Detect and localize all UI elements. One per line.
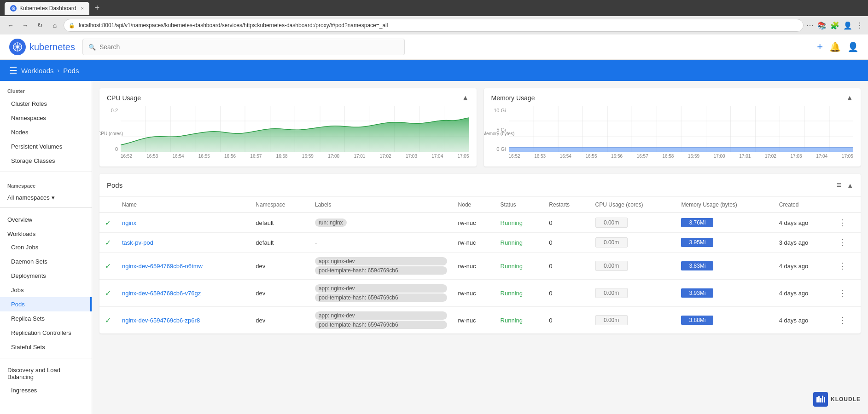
refresh-button[interactable]: ↻ [34,19,46,31]
col-actions [833,197,861,213]
pod-labels-list: app: nginx-dev pod-template-hash: 659476… [315,311,447,329]
sidebar-item-nodes[interactable]: Nodes [0,125,92,139]
user-profile-icon[interactable]: 👤 [843,21,852,30]
url-bar[interactable]: 🔒 localhost:8001/api/v1/namespaces/kuber… [64,19,804,32]
pod-row-menu-cell: ⋮ [833,307,861,334]
pod-memory-cell: 3.88Mi [676,307,773,334]
cpu-chart-title: CPU Usage [107,94,141,102]
pod-namespace-cell: dev [250,253,309,280]
namespace-selector[interactable]: All namespaces ▾ [0,191,92,204]
sidebar-item-namespaces[interactable]: Namespaces [0,111,92,125]
pods-filter-icon[interactable]: ≡ [837,180,842,190]
reading-list-icon[interactable]: 📚 [817,21,827,30]
pod-memory-bar: 3.76Mi [681,218,713,227]
pod-name-cell: nginx-dev-6594769cb6-n6tmw [117,253,250,280]
col-status-text: Status [495,197,544,213]
pods-table: Name Namespace Labels Node Status Restar… [99,197,861,334]
pod-restarts-cell: 0 [543,253,589,280]
pod-status-icon: ✓ [99,233,117,253]
pod-label-tag-2: pod-template-hash: 6594769cb6 [315,293,447,302]
sidebar-item-ingresses[interactable]: Ingresses [0,383,92,397]
refresh-icon: ↻ [37,22,43,29]
browser-nav-icons: ⋯ 📚 🧩 👤 ⋮ [806,21,863,30]
pod-cpu-bar: 0.00m [595,261,628,271]
pod-node-cell: rw-nuc [453,213,495,233]
sidebar-item-stateful-sets[interactable]: Stateful Sets [0,340,92,354]
namespace-dropdown-arrow: ▾ [52,194,55,201]
pod-name-link[interactable]: task-pv-pod [122,239,153,246]
sidebar-item-replica-sets[interactable]: Replica Sets [0,311,92,326]
sidebar-item-persistent-volumes[interactable]: Persistent Volumes [0,139,92,154]
pod-namespace-cell: dev [250,307,309,334]
sidebar-item-cluster-roles[interactable]: Cluster Roles [0,97,92,111]
pods-collapse-icon[interactable]: ▲ [847,182,853,189]
pod-restarts-cell: 0 [543,213,589,233]
pod-name-link[interactable]: nginx-dev-6594769cb6-v76gz [122,290,201,297]
pod-row-menu-cell: ⋮ [833,280,861,307]
svg-rect-38 [822,396,823,402]
extensions-icon[interactable]: 🧩 [830,21,839,30]
pod-cpu-bar: 0.00m [595,218,628,228]
breadcrumb-workloads[interactable]: Workloads [21,67,54,75]
svg-rect-37 [820,398,821,402]
pod-status-cell: Running [495,233,544,253]
pod-cpu-bar: 0.00m [595,237,628,247]
sidebar-item-cron-jobs[interactable]: Cron Jobs [0,240,92,254]
col-restarts: Restarts [543,197,589,213]
breadcrumb-separator: › [58,67,60,74]
sidebar-item-jobs[interactable]: Jobs [0,283,92,297]
namespace-label: Namespace [0,176,92,191]
sidebar-item-replication-controllers[interactable]: Replication Controllers [0,326,92,340]
memory-chart-title: Memory Usage [491,94,535,102]
sidebar-toggle-button[interactable]: ☰ [9,65,17,76]
search-input[interactable] [99,43,399,51]
sidebar-item-storage-classes[interactable]: Storage Classes [0,154,92,168]
browser-menu-icon[interactable]: ⋮ [856,21,863,30]
notifications-bell[interactable]: 🔔 [829,41,841,52]
pod-row-menu-button[interactable]: ⋮ [838,316,846,325]
sidebar-item-deployments[interactable]: Deployments [0,269,92,283]
add-button[interactable]: + [817,41,823,53]
pod-cpu-cell: 0.00m [590,280,676,307]
cpu-chart-svg [121,106,469,152]
pod-name-link[interactable]: nginx-dev-6594769cb6-zp6r8 [122,317,200,324]
pod-memory-cell: 3.95Mi [676,233,773,253]
sidebar-item-pods[interactable]: Pods [0,297,92,311]
sidebar-item-daemon-sets[interactable]: Daemon Sets [0,254,92,269]
col-cpu: CPU Usage (cores) [590,197,676,213]
memory-chart-collapse-button[interactable]: ▲ [846,94,853,102]
back-button[interactable]: ← [5,19,17,31]
pod-row-menu-button[interactable]: ⋮ [838,261,846,270]
more-options-icon[interactable]: ⋯ [806,21,814,30]
header-actions: + 🔔 👤 [817,41,859,53]
pod-row-menu-button[interactable]: ⋮ [838,218,846,227]
pod-name-link[interactable]: nginx-dev-6594769cb6-n6tmw [122,263,203,270]
browser-tab[interactable]: Kubernetes Dashboard × [5,2,89,15]
overview-label[interactable]: Overview [0,212,92,226]
svg-rect-35 [816,397,818,402]
pod-status-cell: Running [495,307,544,334]
kubernetes-logo-icon [9,39,26,55]
pod-created-cell: 4 days ago [774,213,833,233]
pod-label-tag: app: nginx-dev [315,311,447,320]
pod-status-icon: ✓ [99,280,117,307]
pod-row-menu-button[interactable]: ⋮ [838,288,846,298]
col-created: Created [774,197,833,213]
pod-labels-list: app: nginx-dev pod-template-hash: 659476… [315,284,447,302]
pod-restarts-cell: 0 [543,233,589,253]
pods-table-header: Pods ≡ ▲ [99,174,861,197]
pod-name-cell: task-pv-pod [117,233,250,253]
forward-button[interactable]: → [19,19,31,31]
mem-y-tick-3: 0 Gi [496,146,506,152]
pod-name-link[interactable]: nginx [122,219,136,226]
new-tab-button[interactable]: + [95,3,100,13]
home-button[interactable]: ⌂ [49,19,61,31]
tab-close-button[interactable]: × [81,6,83,11]
sidebar-divider-3 [0,358,92,358]
user-avatar[interactable]: 👤 [847,41,859,52]
pod-row-menu-button[interactable]: ⋮ [838,238,846,247]
cpu-chart-collapse-button[interactable]: ▲ [462,94,469,102]
pod-labels-cell: run: nginx [309,213,453,233]
search-bar[interactable]: 🔍 [82,39,405,55]
table-row: ✓ nginx-dev-6594769cb6-v76gz dev app: ng… [99,280,861,307]
